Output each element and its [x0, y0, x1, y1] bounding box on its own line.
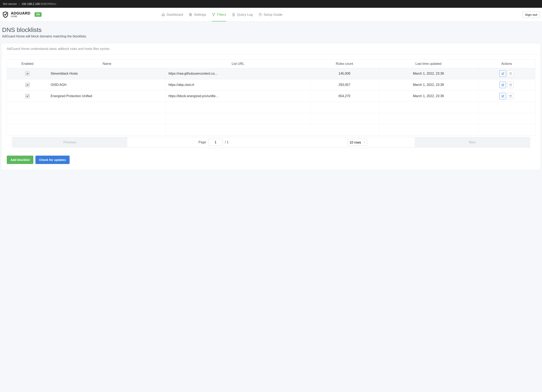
cell-rules: 145,009 [310, 68, 379, 79]
cell-name: OISD AGH [51, 83, 163, 87]
enabled-checkbox[interactable] [25, 71, 30, 76]
delete-button[interactable] [507, 93, 514, 99]
card-note: AdGuard Home understands basic adblock r… [1, 43, 541, 55]
page-subtitle: AdGuard Home will block domains matching… [2, 35, 541, 38]
cell-rules: 293,057 [310, 79, 379, 90]
separator: | [19, 2, 20, 5]
page-total: / 1 [225, 140, 229, 144]
edit-button[interactable] [499, 93, 506, 99]
cell-url: https://block.energized.pro/unifie… [168, 94, 308, 98]
sign-out-button[interactable]: Sign out [522, 11, 540, 18]
help-icon [259, 13, 262, 16]
nav-dashboard[interactable]: Dashboard [162, 8, 183, 21]
table-body: Stevenblack Hostshttps://raw.githubuserc… [7, 68, 535, 136]
edit-button[interactable] [499, 82, 506, 88]
cell-name: Energized Protection Unified [51, 94, 163, 98]
pagination: Previous Page / 1 10 rows [12, 137, 530, 148]
status-badge[interactable]: ON [35, 12, 42, 17]
funnel-icon [212, 13, 215, 16]
nav-label: Filters [217, 13, 226, 16]
logo-title: ADGUARD [11, 11, 31, 15]
next-button[interactable]: Next [415, 138, 530, 147]
nav-label: Dashboard [167, 13, 183, 16]
logo[interactable]: ADGUARD HOME ON [2, 11, 42, 18]
browser-address-bar: Not secure | 192.168.2.100:8080/#filters [0, 0, 542, 8]
cell-updated: March 1, 2022, 23:39 [379, 90, 478, 102]
th-updated: Last time updated [379, 60, 478, 68]
page-header: DNS blocklists AdGuard Home will block d… [1, 21, 541, 43]
table-row [7, 102, 535, 113]
cell-rules: 654,270 [310, 90, 379, 102]
table-header-row: Enabled Name List URL Rules count Last t… [7, 60, 535, 68]
th-actions: Actions [478, 60, 535, 68]
nav-label: Query Log [237, 13, 253, 16]
blocklists-card: AdGuard Home understands basic adblock r… [1, 43, 541, 170]
table-row [7, 113, 535, 124]
cell-url: https://raw.githubusercontent.co… [168, 72, 308, 75]
url-host: 192.168.2.100 [22, 2, 40, 5]
nav-setupguide[interactable]: Setup Guide [259, 8, 282, 21]
delete-button[interactable] [507, 82, 514, 88]
nav-label: Settings [194, 13, 206, 16]
cell-url: https://abp.oisd.nl [168, 83, 308, 87]
blocklists-table: Enabled Name List URL Rules count Last t… [7, 59, 535, 136]
table-row: Stevenblack Hostshttps://raw.githubuserc… [7, 68, 535, 79]
th-enabled: Enabled [7, 60, 48, 68]
th-rules: Rules count [310, 60, 379, 68]
logo-subtitle: HOME [11, 16, 31, 18]
table-row: OISD AGHhttps://abp.oisd.nl293,057March … [7, 79, 535, 90]
cell-updated: March 1, 2022, 23:39 [379, 68, 478, 79]
enabled-checkbox[interactable] [25, 94, 30, 98]
page-label: Page [199, 140, 206, 144]
shield-check-icon [2, 11, 9, 18]
nav-filters[interactable]: Filters [212, 8, 226, 21]
cell-name: Stevenblack Hosts [51, 72, 163, 75]
table-container: Enabled Name List URL Rules count Last t… [1, 55, 541, 151]
table-row [7, 124, 535, 136]
th-url: List URL [166, 60, 310, 68]
delete-button[interactable] [507, 70, 514, 77]
cell-updated: March 1, 2022, 23:39 [379, 79, 478, 90]
rows-select[interactable]: 10 rows [347, 139, 367, 146]
nav-label: Setup Guide [264, 13, 282, 16]
page-title: DNS blocklists [2, 26, 541, 33]
th-name: Name [48, 60, 166, 68]
prev-button[interactable]: Previous [12, 138, 127, 147]
card-actions: Add blocklist Check for updates [1, 151, 541, 170]
enabled-checkbox[interactable] [25, 83, 30, 87]
page-body: DNS blocklists AdGuard Home will block d… [0, 21, 542, 170]
nav-settings[interactable]: Settings [189, 8, 206, 21]
nav-querylog[interactable]: Query Log [232, 8, 253, 21]
logo-text: ADGUARD HOME [11, 11, 31, 18]
home-icon [162, 13, 165, 16]
page-input[interactable] [208, 139, 223, 146]
svg-point-0 [190, 14, 191, 15]
main-nav: Dashboard Settings Filters Query Log Set… [162, 8, 282, 21]
file-icon [232, 13, 235, 16]
add-blocklist-button[interactable]: Add blocklist [7, 156, 33, 164]
page-indicator: Page / 1 [127, 139, 300, 146]
check-updates-button[interactable]: Check for updates [35, 156, 70, 164]
app-header: ADGUARD HOME ON Dashboard Settings Filte… [0, 8, 542, 21]
rows-per-page: 10 rows [300, 139, 415, 146]
table-row: Energized Protection Unifiedhttps://bloc… [7, 90, 535, 102]
gear-icon [189, 13, 192, 16]
edit-button[interactable] [499, 70, 506, 77]
url-path: :8080/#filters [40, 2, 56, 5]
security-status: Not secure [3, 2, 17, 5]
